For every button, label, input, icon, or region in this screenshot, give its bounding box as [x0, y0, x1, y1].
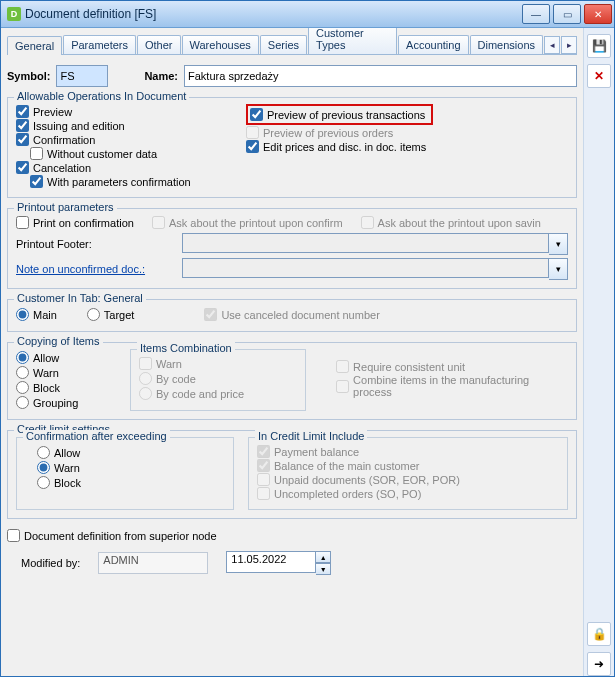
maximize-button[interactable]: ▭: [553, 4, 581, 24]
cb-print-on-confirm[interactable]: Print on confirmation: [16, 216, 134, 229]
rb-main[interactable]: Main: [16, 308, 57, 321]
tab-scroll-right[interactable]: ▸: [561, 36, 577, 54]
highlight-box: Preview of previous transactions: [246, 104, 433, 125]
chevron-down-icon[interactable]: ▾: [549, 258, 568, 280]
rb-combo-bycodeprice: By code and price: [139, 387, 297, 400]
cb-cancelation[interactable]: Cancelation: [16, 161, 206, 174]
cb-confirmation[interactable]: Confirmation: [16, 133, 206, 146]
group-customer-tab: Customer In Tab: General Main Target Use…: [7, 299, 577, 332]
legend-conf-after-exceed: Confirmation after exceeding: [23, 430, 170, 442]
tab-accounting[interactable]: Accounting: [398, 35, 468, 54]
cb-edit-prices[interactable]: Edit prices and disc. in doc. items: [246, 140, 433, 153]
tab-bar: General Parameters Other Warehouses Seri…: [7, 32, 577, 55]
cb-with-params[interactable]: With parameters confirmation: [30, 175, 206, 188]
rb-credit-block[interactable]: Block: [37, 476, 225, 489]
legend-copying: Copying of Items: [14, 335, 103, 347]
rb-copy-grouping[interactable]: Grouping: [16, 396, 116, 409]
cb-ask-confirm: Ask about the printout upon confirm: [152, 216, 343, 229]
printout-footer-label: Printout Footer:: [16, 238, 176, 250]
chevron-down-icon[interactable]: ▾: [549, 233, 568, 255]
rb-credit-warn[interactable]: Warn: [37, 461, 225, 474]
window: D Document definition [FS] — ▭ ✕ General…: [0, 0, 615, 677]
cb-pay-balance: Payment balance: [257, 445, 559, 458]
tab-series[interactable]: Series: [260, 35, 307, 54]
sidebar: 💾 ✕ 🔒 ➜: [583, 28, 614, 676]
legend-customer-tab: Customer In Tab: General: [14, 292, 146, 304]
tab-general[interactable]: General: [7, 36, 62, 55]
note-unconfirmed-link[interactable]: Note on unconfirmed doc.:: [16, 263, 176, 275]
lock-button[interactable]: 🔒: [587, 622, 611, 646]
spin-down-icon[interactable]: ▼: [316, 563, 331, 575]
modified-date-spinner[interactable]: 11.05.2022 ▲▼: [226, 551, 331, 575]
group-credit-include: In Credit Limit Include Payment balance …: [248, 437, 568, 510]
cb-unpaid-docs: Unpaid documents (SOR, EOR, POR): [257, 473, 559, 486]
app-icon: D: [7, 7, 21, 21]
cb-combine-manuf: Combine items in the manufacturing proce…: [336, 374, 568, 398]
tab-dimensions[interactable]: Dimensions: [470, 35, 543, 54]
cb-issuing[interactable]: Issuing and edition: [16, 119, 206, 132]
group-conf-after-exceed: Confirmation after exceeding Allow Warn …: [16, 437, 234, 510]
cb-without-customer[interactable]: Without customer data: [30, 147, 206, 160]
modified-by-user: ADMIN: [98, 552, 208, 574]
cb-uncompleted-orders: Uncompleted orders (SO, PO): [257, 487, 559, 500]
tab-scroll-left[interactable]: ◂: [544, 36, 560, 54]
tab-other[interactable]: Other: [137, 35, 181, 54]
group-printout: Printout parameters Print on confirmatio…: [7, 208, 577, 289]
cb-combo-warn: Warn: [139, 357, 297, 370]
rb-copy-warn[interactable]: Warn: [16, 366, 116, 379]
legend-printout: Printout parameters: [14, 201, 117, 213]
close-button[interactable]: ✕: [584, 4, 612, 24]
rb-credit-allow[interactable]: Allow: [37, 446, 225, 459]
lock-icon: 🔒: [592, 627, 607, 641]
rb-target[interactable]: Target: [87, 308, 135, 321]
close-icon: ✕: [594, 69, 604, 83]
cb-balance-main: Balance of the main customer: [257, 459, 559, 472]
cb-preview[interactable]: Preview: [16, 105, 206, 118]
printout-footer-combo[interactable]: ▾: [182, 233, 568, 255]
tab-customer-types[interactable]: Customer Types: [308, 28, 397, 54]
rb-combo-bycode: By code: [139, 372, 297, 385]
cb-superior-node[interactable]: Document definition from superior node: [7, 529, 577, 542]
pin-icon: ➜: [594, 657, 604, 671]
titlebar: D Document definition [FS] — ▭ ✕: [1, 1, 614, 28]
minimize-button[interactable]: —: [522, 4, 550, 24]
name-label: Name:: [144, 70, 178, 82]
pin-button[interactable]: ➜: [587, 652, 611, 676]
cb-ask-saving: Ask about the printout upon savin: [361, 216, 541, 229]
cb-prev-orders: Preview of previous orders: [246, 126, 433, 139]
window-title: Document definition [FS]: [25, 7, 522, 21]
save-button[interactable]: 💾: [587, 34, 611, 58]
group-copying: Copying of Items Allow Warn Block Groupi…: [7, 342, 577, 420]
symbol-label: Symbol:: [7, 70, 50, 82]
cb-use-canceled: Use canceled document number: [204, 308, 379, 321]
group-allowable-operations: Allowable Operations In Document Preview…: [7, 97, 577, 198]
name-input[interactable]: [184, 65, 577, 87]
cb-prev-transactions[interactable]: Preview of previous transactions: [250, 108, 425, 121]
legend-allowable: Allowable Operations In Document: [14, 90, 189, 102]
spin-up-icon[interactable]: ▲: [316, 551, 331, 563]
symbol-input[interactable]: [56, 65, 108, 87]
floppy-icon: 💾: [592, 39, 607, 53]
group-credit-limit: Credit limit settings Confirmation after…: [7, 430, 577, 519]
cancel-button[interactable]: ✕: [587, 64, 611, 88]
legend-items-combination: Items Combination: [137, 342, 235, 354]
cb-require-unit: Require consistent unit: [336, 360, 568, 373]
modified-date-value: 11.05.2022: [226, 551, 316, 573]
modified-by-label: Modified by:: [21, 557, 80, 569]
rb-copy-allow[interactable]: Allow: [16, 351, 116, 364]
tab-parameters[interactable]: Parameters: [63, 35, 136, 54]
group-items-combination: Items Combination Warn By code By code a…: [130, 349, 306, 411]
rb-copy-block[interactable]: Block: [16, 381, 116, 394]
tab-warehouses[interactable]: Warehouses: [182, 35, 259, 54]
note-unconfirmed-combo[interactable]: ▾: [182, 258, 568, 280]
window-buttons: — ▭ ✕: [522, 4, 612, 24]
legend-credit-include: In Credit Limit Include: [255, 430, 367, 442]
